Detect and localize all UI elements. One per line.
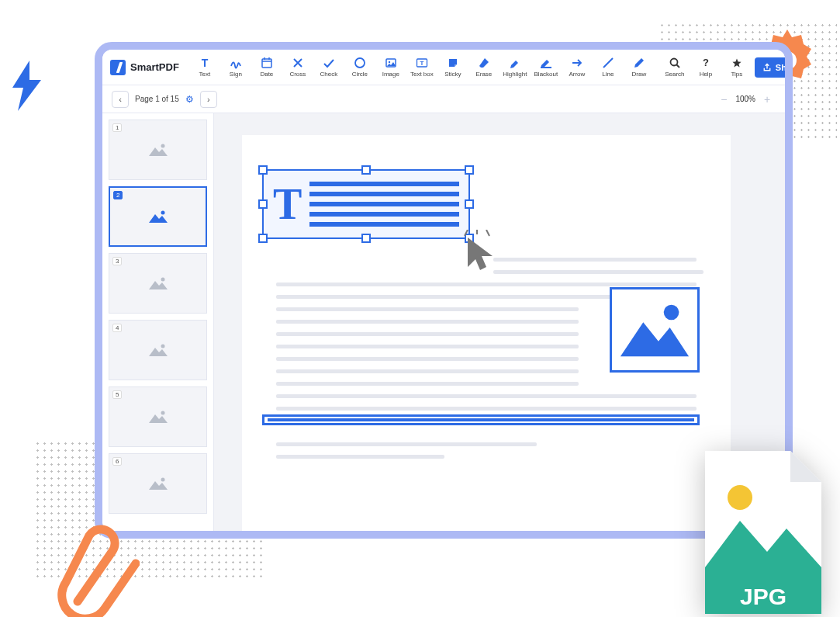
svg-point-20	[161, 411, 164, 415]
page-thumbnail[interactable]: 2	[109, 186, 207, 247]
zoom-out-button[interactable]: −	[717, 92, 731, 106]
thumb-number: 2	[113, 191, 123, 199]
page-settings-button[interactable]: ⚙	[185, 94, 194, 105]
page-indicator: Page 1 of 15	[135, 95, 179, 103]
tool-search[interactable]: Search	[660, 52, 690, 83]
svg-text:T: T	[420, 60, 423, 67]
page-thumbnail[interactable]: 6	[109, 453, 207, 514]
cross-icon	[292, 57, 304, 69]
share-icon	[762, 63, 772, 72]
svg-text:?: ?	[703, 57, 709, 68]
tool-sticky[interactable]: Sticky	[438, 52, 468, 83]
thumbnail-sidebar[interactable]: 1 2 3 4 5 6	[102, 113, 214, 531]
tool-textbox[interactable]: TText box	[407, 52, 437, 83]
svg-line-22	[465, 230, 468, 236]
mountain-icon	[148, 209, 168, 224]
svg-point-8	[389, 61, 390, 63]
document-page[interactable]: T	[242, 135, 731, 531]
textbox-icon: T	[416, 57, 428, 69]
calendar-icon	[261, 57, 273, 69]
blackout-icon	[540, 57, 552, 69]
image-placeholder[interactable]	[610, 287, 700, 373]
logo-icon	[110, 60, 126, 75]
jpg-label: JPG	[740, 584, 786, 609]
tool-date[interactable]: Date	[252, 52, 282, 83]
selected-textbox[interactable]: T	[262, 169, 470, 239]
svg-text:T: T	[202, 57, 209, 69]
sticky-icon	[447, 57, 459, 69]
mountain-icon	[148, 409, 168, 425]
tool-check[interactable]: Check	[314, 52, 344, 83]
arrow-icon	[571, 57, 583, 69]
mountain-icon	[148, 276, 168, 291]
mountain-icon	[617, 294, 693, 366]
page-thumbnail[interactable]: 3	[109, 253, 207, 314]
tool-blackout[interactable]: Blackout	[531, 52, 561, 83]
resize-handle-mr[interactable]	[465, 199, 474, 209]
svg-point-16	[161, 144, 164, 148]
circle-icon	[354, 57, 366, 69]
svg-line-24	[486, 230, 489, 236]
app-name: SmartPDF	[130, 61, 179, 73]
thumb-number: 3	[112, 257, 122, 265]
pencil-icon	[633, 57, 645, 69]
zoom-in-button[interactable]: +	[760, 92, 774, 106]
toolbar: SmartPDF TText Sign Date Cross Check Cir…	[102, 50, 785, 85]
svg-point-13	[670, 59, 677, 66]
app-window: SmartPDF TText Sign Date Cross Check Cir…	[95, 42, 793, 539]
share-button[interactable]: Share	[755, 57, 793, 78]
svg-rect-2	[262, 59, 271, 68]
resize-handle-tr[interactable]	[465, 165, 474, 175]
page-thumbnail[interactable]: 5	[109, 386, 207, 447]
tool-help[interactable]: ?Help	[691, 52, 721, 83]
page-thumbnail[interactable]: 4	[109, 320, 207, 380]
tool-highlight[interactable]: Highlight	[500, 52, 530, 83]
jpg-file-icon: JPG	[697, 451, 821, 614]
textbox-lines	[309, 182, 459, 227]
erase-icon	[478, 57, 490, 69]
resize-handle-tl[interactable]	[258, 165, 268, 175]
svg-point-6	[355, 58, 365, 68]
sign-icon	[230, 57, 242, 69]
zoom-controls: − 100% +	[706, 92, 785, 106]
bolt-decoration	[6, 61, 49, 111]
page-thumbnail[interactable]: 1	[109, 120, 207, 180]
help-icon: ?	[700, 57, 712, 69]
thumb-number: 1	[112, 123, 122, 132]
tool-draw[interactable]: Draw	[624, 52, 654, 83]
tips-icon	[731, 57, 743, 69]
check-icon	[323, 57, 335, 69]
prev-page-button[interactable]: ‹	[112, 91, 129, 108]
next-page-button[interactable]: ›	[200, 91, 217, 108]
tool-arrow[interactable]: Arrow	[562, 52, 592, 83]
main-area: 1 2 3 4 5 6 T	[102, 113, 785, 531]
mountain-icon	[148, 342, 168, 358]
mountain-icon	[148, 476, 168, 491]
tool-circle[interactable]: Circle	[345, 52, 375, 83]
selected-bar[interactable]	[262, 414, 700, 425]
resize-handle-bl[interactable]	[258, 234, 268, 243]
app-logo[interactable]: SmartPDF	[110, 60, 179, 75]
svg-line-14	[676, 65, 679, 68]
tool-group-help: Search ?Help Tips	[660, 52, 752, 83]
svg-point-19	[161, 345, 164, 348]
svg-line-12	[603, 58, 613, 68]
svg-point-18	[161, 278, 164, 282]
tool-cross[interactable]: Cross	[283, 52, 313, 83]
tool-tips[interactable]: Tips	[722, 52, 752, 83]
cursor-pointer-icon	[463, 230, 500, 273]
tool-text[interactable]: TText	[190, 52, 220, 83]
zoom-level: 100%	[735, 95, 755, 103]
pager: ‹ Page 1 of 15 ⚙ ›	[102, 91, 226, 108]
tool-erase[interactable]: Erase	[469, 52, 499, 83]
tool-image[interactable]: Image	[376, 52, 406, 83]
resize-handle-tm[interactable]	[361, 165, 371, 175]
mountain-icon	[148, 142, 168, 158]
tool-sign[interactable]: Sign	[221, 52, 251, 83]
textbox-letter: T	[273, 182, 302, 226]
svg-point-17	[161, 211, 164, 215]
image-icon	[385, 57, 397, 69]
tool-line[interactable]: Line	[593, 52, 623, 83]
resize-handle-bm[interactable]	[361, 234, 371, 243]
resize-handle-ml[interactable]	[258, 199, 268, 209]
